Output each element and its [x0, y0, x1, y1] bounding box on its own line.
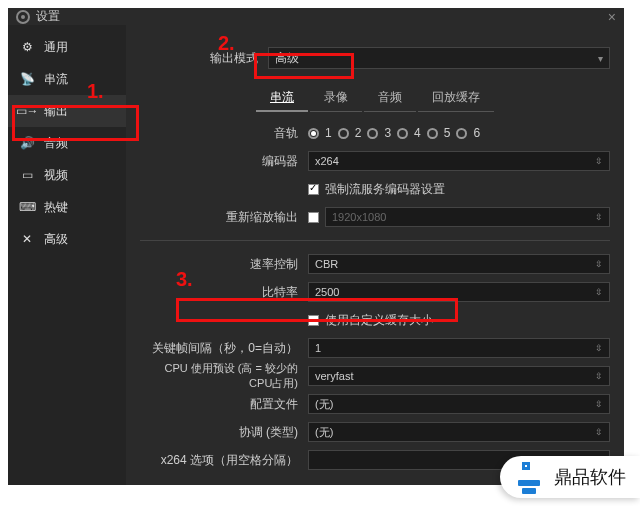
tools-icon: ✕ [18, 232, 36, 246]
tab-record[interactable]: 录像 [310, 85, 362, 112]
output-icon: ▭→ [18, 104, 36, 118]
content-pane: 输出模式 高级 串流 录像 音频 回放缓存 音轨 1 2 3 4 5 6 [126, 25, 624, 485]
profile-select[interactable]: (无) [308, 394, 610, 414]
sidebar-item-video[interactable]: ▭视频 [8, 159, 126, 191]
output-mode-label: 输出模式 [140, 50, 268, 67]
radio-track-2[interactable] [338, 128, 349, 139]
window-title: 设置 [36, 8, 60, 25]
audio-track-radios: 1 2 3 4 5 6 [308, 126, 610, 140]
audio-track-label: 音轨 [140, 125, 308, 142]
watermark-logo-icon [514, 462, 544, 492]
sidebar: ⚙通用 📡串流 ▭→输出 🔊音频 ▭视频 ⌨热键 ✕高级 [8, 25, 126, 485]
tab-replay[interactable]: 回放缓存 [418, 85, 494, 112]
custombuf-label: 使用自定义缓存大小 [325, 312, 433, 329]
sidebar-item-hotkeys[interactable]: ⌨热键 [8, 191, 126, 223]
preset-select[interactable]: veryfast [308, 366, 610, 386]
sidebar-item-advanced[interactable]: ✕高级 [8, 223, 126, 255]
radio-track-5[interactable] [427, 128, 438, 139]
radio-track-6[interactable] [456, 128, 467, 139]
enforce-checkbox[interactable] [308, 184, 319, 195]
profile-label: 配置文件 [140, 396, 308, 413]
monitor-icon: ▭ [18, 168, 36, 182]
sidebar-item-general[interactable]: ⚙通用 [8, 31, 126, 63]
bitrate-field[interactable]: 2500 [308, 282, 610, 302]
settings-window: 设置 × ⚙通用 📡串流 ▭→输出 🔊音频 ▭视频 ⌨热键 ✕高级 输出模式 高… [8, 8, 624, 482]
radio-track-1[interactable] [308, 128, 319, 139]
titlebar: 设置 × [8, 8, 624, 25]
bitrate-label: 比特率 [140, 284, 308, 301]
rescale-label: 重新缩放输出 [140, 209, 308, 226]
enforce-label: 强制流服务编码器设置 [325, 181, 445, 198]
radio-track-4[interactable] [397, 128, 408, 139]
tune-select[interactable]: (无) [308, 422, 610, 442]
watermark: 鼎品软件 [500, 456, 640, 498]
tab-stream[interactable]: 串流 [256, 85, 308, 112]
tab-audio[interactable]: 音频 [364, 85, 416, 112]
x264opts-label: x264 选项（用空格分隔） [140, 452, 308, 469]
rescale-checkbox[interactable] [308, 212, 319, 223]
tune-label: 协调 (类型) [140, 424, 308, 441]
sidebar-item-output[interactable]: ▭→输出 [8, 95, 126, 127]
keyint-field[interactable]: 1 [308, 338, 610, 358]
speaker-icon: 🔊 [18, 136, 36, 150]
encoder-label: 编码器 [140, 153, 308, 170]
watermark-text: 鼎品软件 [554, 465, 626, 489]
rescale-select[interactable]: 1920x1080 [325, 207, 610, 227]
gear-icon: ⚙ [18, 40, 36, 54]
keyint-label: 关键帧间隔（秒，0=自动） [140, 340, 308, 357]
keyboard-icon: ⌨ [18, 200, 36, 214]
ratectrl-label: 速率控制 [140, 256, 308, 273]
sidebar-item-stream[interactable]: 📡串流 [8, 63, 126, 95]
app-icon [16, 10, 30, 24]
sidebar-item-audio[interactable]: 🔊音频 [8, 127, 126, 159]
antenna-icon: 📡 [18, 72, 36, 86]
preset-label: CPU 使用预设 (高 = 较少的 CPU占用) [140, 361, 308, 391]
ratectrl-select[interactable]: CBR [308, 254, 610, 274]
encoder-select[interactable]: x264 [308, 151, 610, 171]
output-mode-select[interactable]: 高级 [268, 47, 610, 69]
custombuf-checkbox[interactable] [308, 315, 319, 326]
radio-track-3[interactable] [367, 128, 378, 139]
output-tabs: 串流 录像 音频 回放缓存 [140, 85, 610, 112]
close-icon[interactable]: × [608, 9, 616, 25]
